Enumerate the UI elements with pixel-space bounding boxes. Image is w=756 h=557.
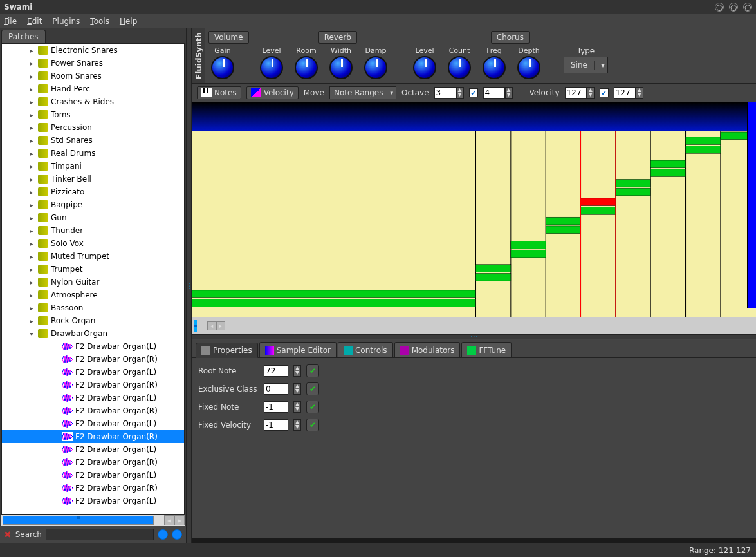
tree-row[interactable]: F2 Drawbar Organ(L)	[2, 366, 184, 379]
menu-tools[interactable]: Tools	[90, 17, 109, 26]
expand-arrow-icon[interactable]: ▸	[28, 240, 35, 247]
apply-button[interactable]: ✔	[306, 401, 319, 413]
spinner[interactable]: ▴▾	[636, 87, 643, 99]
tree-row[interactable]: F2 Drawbar Organ(L)	[2, 469, 184, 482]
expand-arrow-icon[interactable]: ▸	[28, 279, 35, 286]
reverb-room-knob[interactable]	[295, 56, 318, 79]
tree-row[interactable]: ▸Nylon Guitar	[2, 276, 184, 288]
vertical-splitter[interactable]	[187, 28, 192, 543]
expand-arrow-icon[interactable]: ▾	[28, 330, 35, 337]
expand-arrow-icon[interactable]: ▸	[28, 253, 35, 260]
velocity-link-check[interactable]: ✔	[600, 88, 609, 97]
spinner[interactable]: ▴▾	[587, 87, 595, 99]
expand-arrow-icon[interactable]: ▸	[28, 317, 35, 325]
tree-row[interactable]: F2 Drawbar Organ(L)	[2, 392, 184, 404]
octave2-input[interactable]	[483, 87, 505, 99]
expand-arrow-icon[interactable]: ▸	[28, 189, 35, 196]
expand-arrow-icon[interactable]: ▸	[28, 73, 35, 80]
expand-arrow-icon[interactable]: ▸	[28, 86, 35, 93]
velocity2-input[interactable]	[614, 87, 636, 99]
scroll-right-icon[interactable]: ▸	[174, 515, 185, 525]
velocity-button[interactable]: Velocity	[246, 86, 299, 99]
spinner[interactable]: ▴▾	[293, 383, 301, 395]
menu-file[interactable]: File	[4, 17, 17, 26]
spinner[interactable]: ▴▾	[293, 401, 301, 413]
tree-row[interactable]: ▸Real Drums	[2, 147, 184, 160]
tree-row[interactable]: F2 Drawbar Organ(R)	[2, 456, 184, 469]
spinner[interactable]: ▴▾	[456, 87, 464, 99]
root-note-input[interactable]	[264, 365, 288, 377]
expand-arrow-icon[interactable]: ▸	[28, 111, 35, 118]
tree-row[interactable]: ▸Atmosphere	[2, 288, 184, 301]
spinner[interactable]: ▴▾	[505, 87, 513, 99]
expand-arrow-icon[interactable]: ▸	[28, 227, 35, 234]
reverb-damp-knob[interactable]	[364, 56, 387, 79]
tree-row[interactable]: ▸Tinker Bell	[2, 173, 184, 185]
fixed-vel-input[interactable]	[264, 419, 288, 431]
expand-arrow-icon[interactable]: ▸	[28, 137, 35, 144]
octave-link-check[interactable]: ✔	[469, 88, 478, 97]
tree-row[interactable]: ▸Timpani	[2, 160, 184, 173]
tab-properties[interactable]: Properties	[196, 343, 258, 358]
expand-arrow-icon[interactable]: ▸	[28, 124, 35, 131]
tree-row[interactable]: ▸Pizzicato	[2, 185, 184, 198]
tree-row[interactable]: F2 Drawbar Organ(L)	[2, 443, 184, 456]
tree-row[interactable]: ▸Percussion	[2, 121, 184, 134]
tree-row[interactable]: ▸Trumpet	[2, 263, 184, 276]
reverb-section[interactable]: Reverb	[318, 31, 357, 44]
scroll-right-icon[interactable]: ▸	[216, 321, 225, 330]
reverb-level-knob[interactable]	[260, 56, 283, 79]
expand-arrow-icon[interactable]: ▸	[28, 176, 35, 183]
tree-row[interactable]: F2 Drawbar Organ(R)	[2, 482, 184, 495]
tree-row[interactable]: ▸Std Snares	[2, 134, 184, 147]
search-prev-button[interactable]	[158, 529, 168, 540]
expand-arrow-icon[interactable]: ▸	[28, 292, 35, 299]
chorus-count-knob[interactable]	[448, 56, 471, 79]
tree-row[interactable]: ▸Thunder	[2, 224, 184, 237]
tree-row[interactable]: F2 Drawbar Organ(L)	[2, 495, 184, 507]
expand-arrow-icon[interactable]: ▸	[28, 99, 35, 106]
tree-row[interactable]: ▸Power Snares	[2, 57, 184, 70]
tree-row[interactable]: ▸Rock Organ	[2, 314, 184, 327]
tree-row[interactable]: ▸Gun	[2, 211, 184, 224]
tree-row[interactable]: ▸Toms	[2, 108, 184, 121]
reverb-width-knob[interactable]	[329, 56, 353, 79]
tab-modulators[interactable]: Modulators	[394, 342, 461, 357]
scroll-left-icon[interactable]: ◂	[207, 321, 216, 330]
expand-arrow-icon[interactable]: ▸	[28, 47, 35, 54]
expand-arrow-icon[interactable]: ▸	[28, 305, 35, 312]
clear-search-icon[interactable]: ✖	[4, 529, 12, 540]
note-range-view[interactable]: ◂ ▸	[192, 102, 756, 334]
chorus-depth-knob[interactable]	[517, 56, 540, 79]
tree-row[interactable]: ▸Room Snares	[2, 70, 184, 82]
tab-patches[interactable]: Patches	[1, 30, 46, 43]
tree-row[interactable]: ▾DrawbarOrgan	[2, 327, 184, 340]
gain-knob[interactable]	[211, 56, 234, 79]
tab-fftune[interactable]: FFTune	[461, 342, 512, 357]
expand-arrow-icon[interactable]: ▸	[28, 150, 35, 157]
move-mode-combo[interactable]: Note Ranges▾	[329, 86, 396, 99]
tree-row[interactable]: ▸Hand Perc	[2, 82, 184, 95]
tree-row[interactable]: F2 Drawbar Organ(R)	[2, 353, 184, 366]
tree-row[interactable]: F2 Drawbar Organ(L)	[2, 417, 184, 430]
maximize-button[interactable]: ○	[729, 3, 738, 12]
tree-row[interactable]: ▸Electronic Snares	[2, 44, 184, 57]
excl-class-input[interactable]	[264, 383, 288, 395]
spinner[interactable]: ▴▾	[293, 365, 301, 377]
range-hscrollbar[interactable]	[194, 320, 197, 332]
search-input[interactable]	[46, 529, 154, 540]
expand-arrow-icon[interactable]: ▸	[28, 202, 35, 209]
scroll-left-icon[interactable]: ◂	[164, 515, 174, 525]
octave1-input[interactable]	[434, 87, 456, 99]
spinner[interactable]: ▴▾	[293, 419, 301, 431]
chorus-section[interactable]: Chorus	[491, 31, 530, 44]
tree-row[interactable]: F2 Drawbar Organ(R)	[2, 430, 184, 443]
tab-controls[interactable]: Controls	[338, 342, 393, 357]
fixed-note-input[interactable]	[264, 401, 288, 413]
notes-button[interactable]: Notes	[197, 86, 241, 99]
patch-tree[interactable]: ▸Electronic Snares▸Power Snares▸Room Sna…	[1, 43, 185, 515]
apply-button[interactable]: ✔	[306, 419, 319, 431]
tree-row[interactable]: ▸Bagpipe	[2, 198, 184, 211]
expand-arrow-icon[interactable]: ▸	[28, 60, 35, 67]
apply-button[interactable]: ✔	[306, 364, 319, 377]
